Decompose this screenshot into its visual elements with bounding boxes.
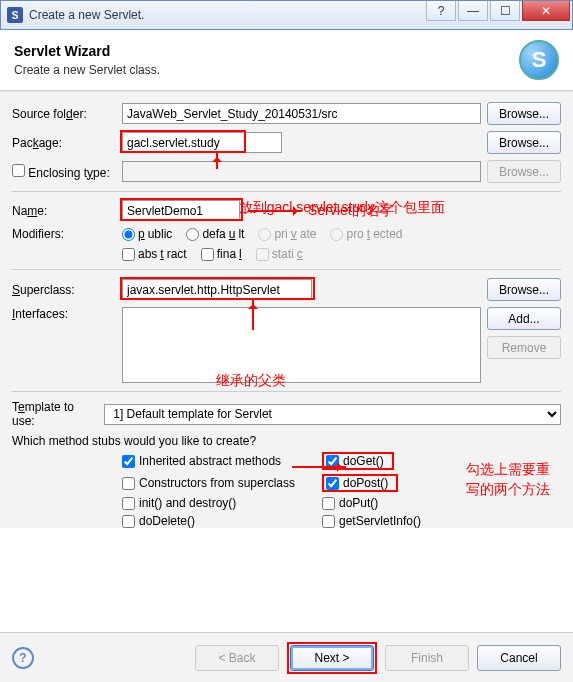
modifier-abstract-checkbox[interactable]: abstract	[122, 247, 187, 261]
name-input[interactable]	[122, 200, 240, 221]
maximize-button[interactable]: ☐	[490, 1, 520, 21]
source-folder-input[interactable]	[122, 103, 481, 124]
annotation-name: Servlet的名字	[308, 202, 394, 220]
constructors-checkbox[interactable]: Constructors from superclass	[122, 474, 322, 492]
next-button[interactable]: Next >	[290, 645, 374, 671]
enclosing-type-checkbox[interactable]: Enclosing type:	[12, 164, 116, 180]
browse-superclass-button[interactable]: Browse...	[487, 278, 561, 301]
browse-package-button[interactable]: Browse...	[487, 131, 561, 154]
modifier-final-checkbox[interactable]: final	[201, 247, 242, 261]
init-destroy-checkbox[interactable]: init() and destroy()	[122, 496, 322, 510]
footer: ? < Back Next > Finish Cancel	[0, 632, 573, 682]
stubs-question: Which method stubs would you like to cre…	[12, 434, 561, 448]
doput-checkbox[interactable]: doPut()	[322, 496, 462, 510]
close-button[interactable]: ✕	[522, 1, 570, 21]
source-folder-label: Source folder:	[12, 107, 116, 121]
browse-enclosing-button: Browse...	[487, 160, 561, 183]
help-button[interactable]: ?	[426, 1, 456, 21]
dopost-checkbox[interactable]: doPost()	[322, 474, 398, 492]
help-icon[interactable]: ?	[12, 647, 34, 669]
modifiers-label: Modifiers:	[12, 227, 116, 241]
window-title: Create a new Servlet.	[29, 8, 426, 22]
servlet-icon: S	[519, 40, 559, 80]
package-input[interactable]	[122, 132, 282, 153]
wizard-header: Servlet Wizard Create a new Servlet clas…	[0, 30, 573, 91]
template-select[interactable]: 1] Default template for Servlet	[104, 404, 561, 425]
browse-source-button[interactable]: Browse...	[487, 102, 561, 125]
cancel-button[interactable]: Cancel	[477, 645, 561, 671]
enclosing-type-input	[122, 161, 481, 182]
arrow-icon	[292, 466, 346, 468]
interfaces-label: Interfaces:	[12, 307, 116, 321]
modifier-private-radio: private	[258, 227, 316, 241]
app-icon: S	[7, 7, 23, 23]
add-interface-button[interactable]: Add...	[487, 307, 561, 330]
modifier-static-checkbox: static	[256, 247, 303, 261]
superclass-label: Superclass:	[12, 283, 116, 297]
dodelete-checkbox[interactable]: doDelete()	[122, 514, 322, 528]
arrow-icon	[248, 210, 302, 212]
modifier-public-radio[interactable]: public	[122, 227, 172, 241]
getservletinfo-checkbox[interactable]: getServletInfo()	[322, 514, 462, 528]
minimize-button[interactable]: —	[458, 1, 488, 21]
template-label: Template to use:	[12, 400, 98, 428]
interfaces-list[interactable]	[122, 307, 481, 383]
wizard-title: Servlet Wizard	[14, 43, 519, 59]
titlebar: S Create a new Servlet. ? — ☐ ✕	[0, 0, 573, 30]
remove-interface-button: Remove	[487, 336, 561, 359]
wizard-subtitle: Create a new Servlet class.	[14, 63, 519, 77]
finish-button: Finish	[385, 645, 469, 671]
package-label: Package:	[12, 136, 116, 150]
back-button: < Back	[195, 645, 279, 671]
modifier-default-radio[interactable]: default	[186, 227, 244, 241]
superclass-input[interactable]	[122, 279, 312, 300]
modifier-protected-radio: protected	[330, 227, 402, 241]
name-label: Name:	[12, 204, 116, 218]
